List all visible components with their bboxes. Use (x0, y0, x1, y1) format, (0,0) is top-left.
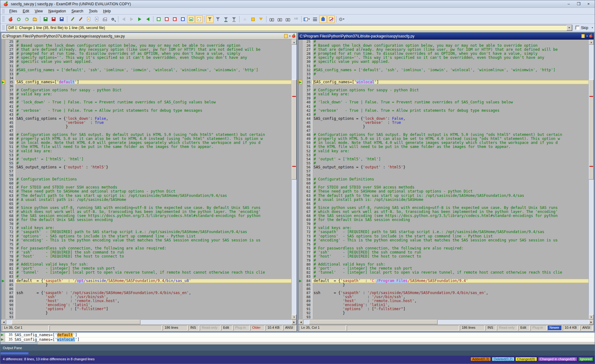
edit-first-file-button[interactable] (69, 15, 76, 23)
right-pane-header[interactable]: C:\Program Files\Python\Python37\Lib\sit… (298, 33, 594, 40)
copy-to-first-button[interactable] (144, 15, 152, 23)
code-segment: 'options' (46, 307, 66, 311)
menu-help[interactable]: Help (100, 8, 114, 14)
print-button[interactable] (101, 15, 108, 23)
scroll-right-button[interactable]: ▶ (292, 320, 297, 324)
options-button[interactable]: ▼ (338, 15, 346, 23)
menu-files[interactable]: Files (7, 8, 20, 14)
find-next-button[interactable] (276, 15, 284, 23)
compare-files-button[interactable] (7, 15, 14, 23)
scroll-right-button[interactable]: ▶ (589, 320, 594, 324)
scroll-track[interactable] (303, 320, 589, 324)
find-button[interactable] (268, 15, 275, 23)
show-first-pane-button[interactable] (155, 15, 162, 23)
code-segment: # 'port' - [integer] the remote ssh port (314, 266, 412, 271)
scroll-track[interactable] (589, 45, 594, 314)
copy-to-second-button[interactable] (136, 15, 143, 23)
scroll-thumb[interactable] (292, 80, 297, 180)
scroll-thumb[interactable] (12, 320, 140, 324)
copy-path-dropdown-icon[interactable]: ▼ (586, 35, 588, 37)
left-vertical-scrollbar[interactable]: ▲▼ (291, 40, 297, 319)
scroll-up-button[interactable]: ▲ (292, 40, 297, 45)
scroll-left-button[interactable]: ◀ (298, 320, 303, 324)
find-previous-button[interactable] (284, 15, 292, 23)
output-pane-tab[interactable]: Output Pane (0, 344, 595, 351)
scroll-thumb[interactable] (309, 320, 437, 324)
code-line: 72# 'saspath' - [REQUIRED] path to SAS s… (1, 230, 291, 234)
menu-view[interactable]: View (32, 8, 46, 14)
diff-arrow-icon (299, 81, 302, 84)
minimize-button[interactable]: – (564, 1, 573, 7)
recompare-button[interactable] (15, 15, 22, 23)
diff-mark (292, 166, 296, 167)
right-horizontal-scrollbar[interactable]: ◀▶ (298, 319, 594, 324)
line-number: 73 (5, 234, 15, 238)
compare-icon[interactable] (589, 35, 593, 38)
line-text: # (15, 181, 291, 185)
left-horizontal-scrollbar[interactable]: ◀▶ (1, 319, 297, 324)
code-segment: # For STDIO and STDIO over SSH access me… (314, 185, 414, 189)
copy-path-icon[interactable] (581, 34, 585, 38)
diff-combo[interactable]: Diff 1: Change 1 line (35, first file) t… (7, 25, 572, 31)
diff-detail-scrollbar[interactable] (0, 342, 595, 344)
next-diff-button[interactable] (257, 15, 265, 23)
split-view-button[interactable] (171, 15, 178, 23)
scroll-thumb[interactable] (589, 80, 594, 180)
line-marker-margin (298, 206, 302, 210)
line-number: 43 (302, 113, 312, 117)
synchronize-scrolling-button[interactable] (187, 15, 195, 23)
menu-edit[interactable]: Edit (20, 8, 32, 14)
word-wrap-button[interactable] (311, 15, 319, 23)
show-second-pane-button[interactable] (163, 15, 170, 23)
diff-combo-dropdown[interactable]: ▼ (566, 25, 572, 31)
code-segment: 'lock_down' (363, 117, 387, 121)
copy-first-button[interactable]: A (85, 15, 92, 23)
plugins-button[interactable] (319, 15, 327, 23)
line-text: SAS_output_options = {'output' : 'html5'… (15, 165, 291, 169)
save-first-button[interactable] (42, 15, 49, 23)
copy-second-button[interactable]: A (93, 15, 100, 23)
scroll-track[interactable] (6, 320, 292, 324)
right-code-area[interactable]: 25#26# Based upon the lock_down configur… (298, 40, 588, 319)
copy-path-icon[interactable] (284, 34, 288, 38)
scroll-up-button[interactable]: ▲ (589, 40, 594, 45)
right-vertical-scrollbar[interactable]: ▲▼ (588, 40, 594, 319)
skip-checkbox[interactable] (575, 26, 580, 30)
print-preview-button[interactable] (109, 15, 117, 23)
output-pane-scrollbar[interactable] (0, 352, 29, 355)
menu-tools[interactable]: Tools (86, 8, 100, 14)
show-identical-only-button[interactable] (222, 15, 230, 23)
line-marker-margin (1, 84, 5, 88)
show-differences-only-button[interactable] (214, 15, 222, 23)
grid-view-button[interactable] (179, 15, 187, 23)
maximize-button[interactable]: ❒ (574, 1, 583, 7)
edit-second-file-button[interactable] (77, 15, 84, 23)
open-files-button[interactable] (31, 15, 38, 23)
menu-search[interactable]: Search (69, 8, 86, 14)
show-all-lines-button[interactable] (206, 15, 214, 23)
save-second-button[interactable] (50, 15, 57, 23)
left-code-area[interactable]: 25#26# Based upon the lock_down configur… (1, 40, 291, 319)
scroll-down-button[interactable]: ▼ (589, 314, 594, 319)
status-badge: Ignored (578, 357, 593, 361)
code-segment: # Since python uses utf-8, running SAS w… (314, 206, 558, 210)
left-pane-header[interactable]: C:\Program Files\Python\Python37\Lib\sit… (1, 33, 297, 40)
scroll-thumb[interactable] (0, 342, 37, 344)
toolbar-overflow-chevron[interactable]: ▼ (591, 27, 593, 29)
recompare-swap-button[interactable] (23, 15, 30, 23)
code-segment: # (16, 202, 19, 206)
copy-path-dropdown-icon[interactable]: ▼ (289, 35, 291, 37)
allow-editing-button[interactable] (327, 15, 335, 23)
save-all-button[interactable] (58, 15, 65, 23)
auto-recompare-button[interactable]: ✓ (195, 15, 203, 23)
menu-navigation[interactable]: Navigation (46, 8, 69, 14)
panes-layout-button[interactable]: ▼ (303, 15, 311, 23)
show-context-button[interactable] (230, 15, 238, 23)
scroll-left-button[interactable]: ◀ (1, 320, 6, 324)
scroll-track[interactable] (292, 45, 297, 314)
scroll-down-button[interactable]: ▼ (292, 314, 297, 319)
current-diff-button[interactable] (249, 15, 257, 23)
compare-icon[interactable] (292, 35, 295, 38)
line-marker-margin (1, 177, 5, 181)
close-button[interactable]: × (584, 1, 593, 7)
